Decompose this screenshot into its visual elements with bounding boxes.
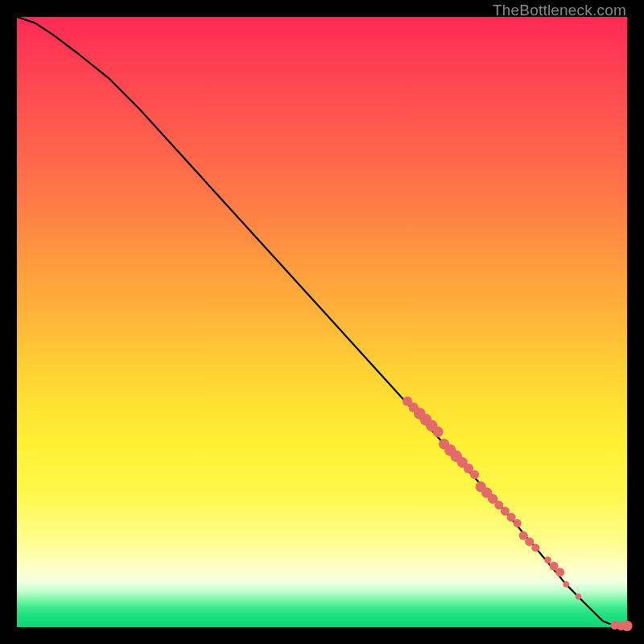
scatter-dot [470,470,479,479]
scatter-dot [525,537,534,546]
chart-stage: TheBottleneck.com [0,0,644,644]
scatter-dot [531,544,539,552]
scatter-dot [432,427,443,437]
scatter-dot [507,513,516,522]
plot-area [17,17,627,627]
scatter-dot [563,581,569,588]
chart-svg [17,17,627,627]
scatter-dot [544,556,551,564]
scatter-dot [555,568,564,576]
bottleneck-curve [17,17,627,626]
scatter-dot [576,593,582,600]
scatter-dots [402,396,633,631]
scatter-dot [514,519,522,527]
scatter-dot [621,621,632,631]
